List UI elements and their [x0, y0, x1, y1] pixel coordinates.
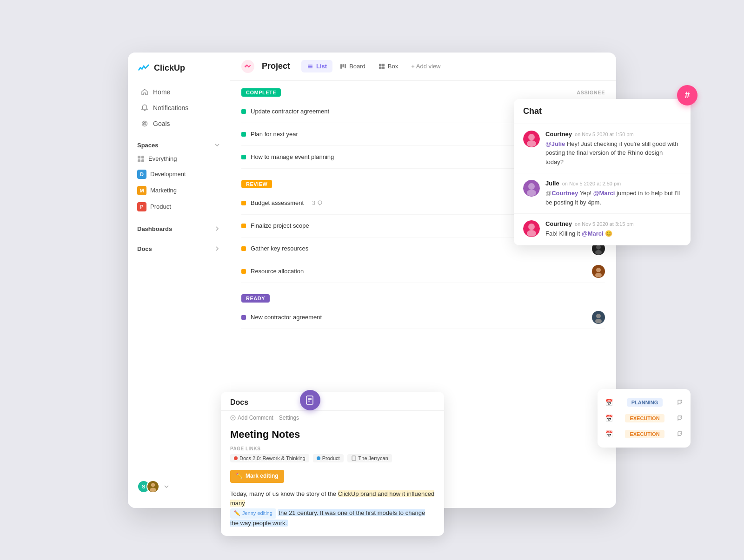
user-menu-chevron-icon[interactable]	[163, 483, 170, 490]
svg-point-33	[595, 250, 602, 255]
list-icon	[307, 63, 313, 70]
docs-panel-header: Docs	[221, 392, 444, 411]
dashboards-header[interactable]: Dashboards	[128, 223, 230, 235]
svg-rect-44	[306, 396, 313, 404]
doc-icon-button[interactable]	[300, 390, 320, 410]
view-tabs: List Board	[301, 60, 446, 72]
svg-point-10	[245, 66, 246, 67]
development-avatar: D	[137, 170, 146, 179]
clickup-logo-icon	[137, 62, 150, 75]
svg-point-41	[527, 190, 536, 196]
svg-rect-3	[138, 156, 140, 158]
page-link-1[interactable]: Docs 2.0: Rework & Thinking	[230, 454, 309, 462]
svg-rect-6	[141, 159, 144, 162]
user-avatar-2[interactable]	[146, 480, 159, 493]
space-development[interactable]: D Development	[128, 166, 230, 182]
tag-badge-execution-1[interactable]: EXECUTION	[625, 414, 664, 422]
doc-title: Meeting Notes	[221, 425, 444, 446]
docs-content: ✏️ Mark editing Today, many of us know t…	[221, 466, 444, 535]
user-avatars: S	[137, 480, 159, 493]
status-badge-complete: COMPLETE	[241, 88, 281, 97]
chat-message-2: Julie on Nov 5 2020 at 2:50 pm @Courtney…	[514, 173, 691, 214]
spaces-section: Spaces Everything D Development	[128, 139, 230, 215]
calendar-icon-3: 📅	[605, 430, 613, 438]
nav-notifications[interactable]: Notifications	[132, 100, 226, 115]
task-name: Finalize project scope	[251, 222, 309, 229]
chat-body-3: Courtney on Nov 5 2020 at 3:15 pm Fab! K…	[545, 220, 634, 238]
chat-author-1: Courtney	[545, 131, 572, 138]
chat-text-3: Fab! Killing it @Marci 😊	[545, 229, 634, 238]
task-indicator	[241, 315, 246, 320]
svg-point-7	[151, 483, 155, 487]
marketing-avatar: M	[137, 186, 146, 195]
tag-row-3: 📅 EXECUTION	[598, 426, 691, 442]
comment-icon	[317, 200, 323, 206]
task-indicator	[241, 246, 246, 251]
tab-box[interactable]: Box	[373, 60, 404, 72]
task-avatar	[592, 265, 605, 278]
task-indicator	[241, 201, 246, 205]
add-comment-button[interactable]: Add Comment	[230, 415, 273, 421]
tag-badge-planning[interactable]: PLANNING	[627, 398, 663, 407]
svg-rect-17	[379, 64, 382, 66]
task-name: Update contractor agreement	[251, 108, 329, 115]
project-icon	[241, 60, 254, 73]
settings-button[interactable]: Settings	[279, 415, 299, 421]
page-link-3[interactable]: The Jerrycan	[347, 454, 392, 462]
space-everything[interactable]: Everything	[128, 152, 230, 166]
dashboards-chevron-icon	[214, 225, 220, 232]
svg-rect-19	[379, 66, 382, 69]
section-complete-header: COMPLETE ASSIGNEE	[241, 88, 605, 97]
tags-panel: 📅 PLANNING 📅 EXECUTION 📅 EXECUTION	[598, 389, 691, 448]
task-name: Resource allocation	[251, 268, 304, 275]
tab-list[interactable]: List	[301, 60, 332, 72]
main-header: Project List Boa	[230, 53, 616, 81]
calendar-icon-2: 📅	[605, 415, 613, 422]
task-indicator	[241, 269, 246, 274]
svg-rect-15	[343, 64, 344, 67]
svg-point-36	[596, 314, 601, 318]
space-product[interactable]: P Product	[128, 199, 230, 215]
page-links-section: PAGE LINKS Docs 2.0: Rework & Thinking P…	[221, 446, 444, 466]
nav-home[interactable]: Home	[132, 85, 226, 99]
docs-header[interactable]: Docs	[128, 243, 230, 255]
chat-message-3: Courtney on Nov 5 2020 at 3:15 pm Fab! K…	[514, 214, 691, 245]
spaces-header[interactable]: Spaces	[128, 139, 230, 152]
chat-avatar-courtney-1	[523, 131, 540, 147]
hashtag-button[interactable]: #	[677, 85, 698, 105]
page-link-2[interactable]: Product	[313, 454, 344, 462]
task-indicator	[241, 224, 246, 228]
section-ready: READY New contractor agreement	[241, 294, 605, 329]
product-avatar: P	[137, 202, 146, 211]
status-badge-review: REVIEW	[241, 180, 272, 188]
sidebar-footer: S	[128, 474, 230, 499]
chat-time-2: on Nov 5 2020 at 2:50 pm	[562, 181, 621, 186]
chat-avatar-courtney-2	[523, 220, 540, 237]
chat-text-2: @Courtney Yep! @Marci jumped in to help …	[545, 189, 681, 207]
table-row[interactable]: New contractor agreement	[241, 306, 605, 329]
table-row[interactable]: Resource allocation	[241, 260, 605, 283]
svg-rect-51	[352, 456, 356, 461]
chat-body-2: Julie on Nov 5 2020 at 2:50 pm @Courtney…	[545, 180, 681, 207]
home-icon	[141, 88, 148, 96]
page-links-list: Docs 2.0: Rework & Thinking Product The …	[230, 454, 435, 462]
logo[interactable]: ClickUp	[128, 62, 230, 84]
svg-point-32	[596, 245, 601, 250]
task-name: Budget assessment	[251, 199, 304, 206]
flag-icon-3	[677, 431, 683, 437]
tag-badge-execution-2[interactable]: EXECUTION	[625, 430, 664, 438]
mark-editing-button[interactable]: ✏️ Mark editing	[230, 470, 284, 482]
flag-icon-2	[677, 415, 683, 422]
status-badge-ready: READY	[241, 294, 270, 303]
document-icon	[305, 395, 315, 405]
space-marketing[interactable]: M Marketing	[128, 183, 230, 198]
nav-goals[interactable]: Goals	[132, 116, 226, 131]
svg-point-43	[527, 230, 536, 237]
tag-row-2: 📅 EXECUTION	[598, 410, 691, 426]
tab-board[interactable]: Board	[334, 60, 371, 72]
add-view-button[interactable]: + Add view	[405, 60, 446, 72]
chat-title: Chat	[514, 99, 691, 124]
task-name: New contractor agreement	[251, 314, 322, 321]
comment-count: 3	[312, 200, 323, 206]
project-title: Project	[262, 61, 290, 71]
